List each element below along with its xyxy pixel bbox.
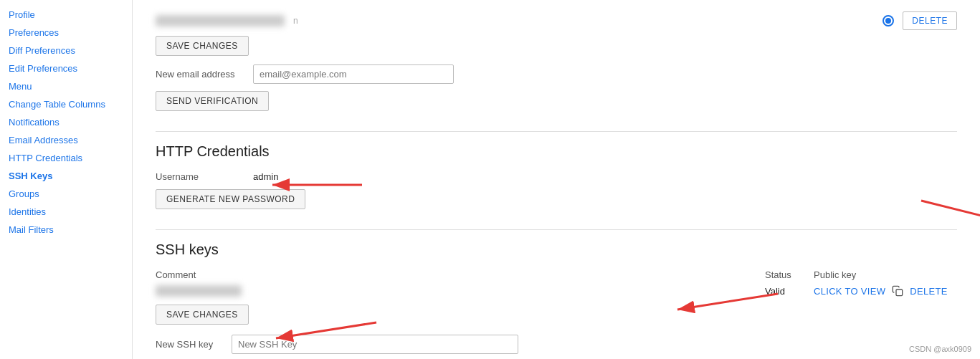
sidebar-item-menu[interactable]: Menu — [0, 77, 132, 95]
new-ssh-key-label: New SSH key — [156, 339, 220, 350]
pubkey-header: Public key — [814, 269, 957, 280]
save-changes-email-button[interactable]: SAVE CHANGES — [156, 36, 249, 56]
primary-radio[interactable] — [883, 15, 894, 27]
email-row-left: n — [156, 15, 298, 27]
blurred-ssh-comment — [156, 285, 242, 297]
ssh-key-actions: CLICK TO VIEW DELETE — [814, 284, 957, 297]
comment-header: Comment — [156, 269, 759, 280]
svg-rect-0 — [896, 289, 903, 296]
sidebar-item-preferences[interactable]: Preferences — [0, 24, 132, 42]
ssh-table-header: Comment Status Public key — [156, 269, 957, 280]
save-changes-ssh-button[interactable]: SAVE CHANGES — [156, 305, 249, 325]
sidebar-item-mail-filters[interactable]: Mail Filters — [0, 221, 132, 239]
sidebar-item-http-credentials[interactable]: HTTP Credentials — [0, 149, 132, 167]
new-email-label: New email address — [156, 69, 242, 80]
username-label: Username — [156, 171, 242, 182]
sidebar-item-edit-preferences[interactable]: Edit Preferences — [0, 59, 132, 77]
sidebar-item-email-addresses[interactable]: Email Addresses — [0, 131, 132, 149]
new-ssh-key-row: New SSH key — [156, 335, 957, 354]
new-ssh-key-input[interactable] — [232, 335, 518, 354]
email-section: n DELETE SAVE CHANGES New email address … — [156, 11, 957, 111]
sidebar-item-identities[interactable]: Identities — [0, 203, 132, 221]
ssh-key-row: Valid CLICK TO VIEW DELETE — [156, 284, 957, 297]
sidebar-item-notifications[interactable]: Notifications — [0, 113, 132, 131]
sidebar-item-change-table-columns[interactable]: Change Table Columns — [0, 95, 132, 113]
copy-icon[interactable] — [891, 284, 904, 297]
email-actions: DELETE — [883, 11, 957, 30]
new-email-row: New email address — [156, 64, 957, 84]
email-suffix: n — [293, 16, 298, 26]
main-content: n DELETE SAVE CHANGES New email address … — [133, 0, 980, 359]
generate-password-button[interactable]: GENERATE NEW PASSWORD — [156, 189, 305, 209]
click-to-view-button[interactable]: CLICK TO VIEW — [814, 286, 885, 297]
sidebar: Profile Preferences Diff Preferences Edi… — [0, 0, 133, 359]
divider-2 — [156, 229, 957, 230]
sidebar-item-profile[interactable]: Profile — [0, 6, 132, 24]
sidebar-item-diff-preferences[interactable]: Diff Preferences — [0, 42, 132, 59]
new-email-input[interactable] — [253, 64, 454, 84]
send-verification-button[interactable]: SEND VERIFICATION — [156, 91, 269, 111]
watermark: CSDN @axk0909 — [909, 345, 971, 353]
divider-1 — [156, 131, 957, 132]
ssh-status-valid: Valid — [765, 286, 808, 297]
username-value: admin — [253, 171, 278, 182]
blurred-email — [156, 15, 285, 27]
http-credentials-section: HTTP Credentials Username admin GENERATE… — [156, 143, 957, 209]
username-row: Username admin — [156, 171, 957, 182]
ssh-comment-blurred — [156, 285, 759, 297]
existing-email-row: n DELETE — [156, 11, 957, 30]
delete-email-button[interactable]: DELETE — [903, 11, 957, 30]
delete-ssh-button[interactable]: DELETE — [910, 286, 947, 297]
sidebar-item-ssh-keys[interactable]: SSH Keys — [0, 167, 132, 185]
status-header: Status — [765, 269, 808, 280]
http-credentials-title: HTTP Credentials — [156, 143, 957, 163]
ssh-keys-title: SSH keys — [156, 241, 957, 261]
ssh-keys-section: SSH keys Comment Status Public key Valid… — [156, 241, 957, 359]
sidebar-item-groups[interactable]: Groups — [0, 185, 132, 203]
